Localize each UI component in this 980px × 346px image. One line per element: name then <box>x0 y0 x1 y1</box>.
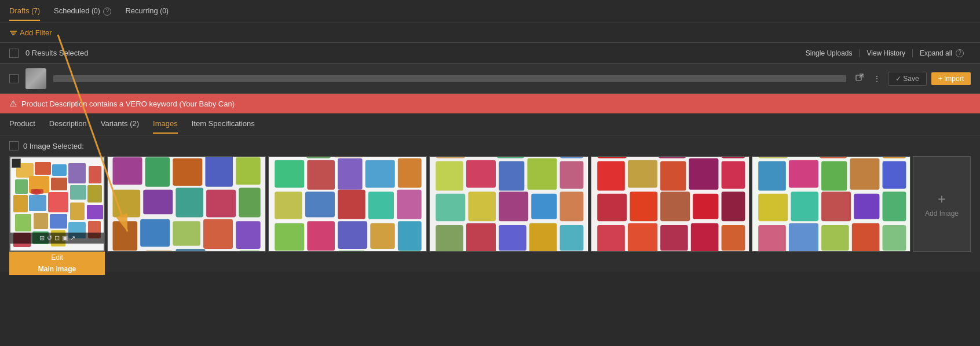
svg-rect-75 <box>338 221 367 249</box>
svg-rect-44 <box>175 187 203 217</box>
svg-rect-48 <box>140 219 170 247</box>
external-link-button[interactable] <box>853 72 866 84</box>
svg-rect-155 <box>882 225 906 251</box>
secondary-image-1[interactable] <box>107 156 266 252</box>
svg-rect-88 <box>560 157 584 158</box>
svg-rect-84 <box>436 157 466 158</box>
import-button[interactable]: + Import <box>931 72 971 85</box>
svg-rect-51 <box>236 221 261 249</box>
svg-rect-7 <box>35 162 51 175</box>
svg-rect-16 <box>70 185 86 200</box>
svg-rect-126 <box>628 223 657 251</box>
secondary-image-4[interactable] <box>591 156 749 252</box>
svg-rect-76 <box>370 223 395 249</box>
save-button[interactable]: ✓ Save <box>888 72 927 86</box>
svg-rect-122 <box>660 192 690 221</box>
secondary-images-container <box>107 156 910 266</box>
product-row: ⋮ ✓ Save + Import <box>0 64 980 94</box>
svg-rect-11 <box>51 178 67 190</box>
svg-rect-70 <box>338 190 365 219</box>
svg-rect-45 <box>206 190 236 218</box>
svg-rect-97 <box>532 194 557 219</box>
secondary-image-2-art <box>269 157 426 251</box>
svg-rect-69 <box>305 192 335 217</box>
svg-rect-18 <box>87 185 102 203</box>
svg-rect-22 <box>70 203 85 220</box>
svg-rect-73 <box>275 223 304 251</box>
results-right: Single Uploads View History Expand all ? <box>799 49 971 57</box>
svg-rect-30 <box>31 189 43 194</box>
filter-bar: Add Filter <box>0 23 980 43</box>
select-all-checkbox[interactable] <box>9 49 19 58</box>
svg-rect-154 <box>852 223 880 251</box>
main-image-label: Main image <box>9 263 105 275</box>
svg-rect-47 <box>113 221 138 251</box>
image-select-checkbox[interactable] <box>9 141 19 150</box>
svg-rect-40 <box>205 157 233 187</box>
results-selected-text: 0 Results Selected <box>25 49 88 57</box>
secondary-image-4-art <box>591 157 749 251</box>
add-image-box[interactable]: + Add Image <box>913 156 971 252</box>
svg-rect-128 <box>690 223 718 251</box>
tool-frame-icon[interactable]: ▣ <box>62 234 68 242</box>
tool-resize-icon[interactable]: ⊡ <box>54 234 60 242</box>
secondary-image-1-art <box>108 157 265 251</box>
svg-rect-90 <box>466 160 496 188</box>
product-actions: ⋮ ✓ Save + Import <box>853 72 971 86</box>
svg-rect-66 <box>365 160 395 188</box>
tab-images[interactable]: Images <box>153 115 178 134</box>
scheduled-help-icon[interactable]: ? <box>103 8 111 16</box>
svg-rect-59 <box>306 157 331 158</box>
secondary-image-3-art <box>430 157 587 251</box>
tool-more-icon[interactable]: ↗ <box>70 234 75 242</box>
svg-rect-65 <box>338 158 363 189</box>
svg-rect-102 <box>529 223 557 251</box>
secondary-image-2[interactable] <box>268 156 427 252</box>
svg-rect-94 <box>436 194 466 222</box>
product-info-bar <box>53 75 846 82</box>
view-history-link[interactable]: View History <box>860 49 912 57</box>
svg-rect-64 <box>308 160 335 190</box>
results-bar: 0 Results Selected Single Uploads View H… <box>0 43 980 64</box>
tab-variants[interactable]: Variants (2) <box>101 115 139 134</box>
svg-rect-68 <box>275 192 302 219</box>
more-options-button[interactable]: ⋮ <box>871 73 883 84</box>
tab-description[interactable]: Description <box>49 115 87 134</box>
svg-rect-124 <box>721 192 745 221</box>
expand-all-link[interactable]: Expand all ? <box>913 49 971 57</box>
main-image-checkbox[interactable] <box>12 159 21 168</box>
svg-rect-95 <box>469 192 496 221</box>
tool-rotate-icon[interactable]: ↺ <box>47 234 52 242</box>
tab-product[interactable]: Product <box>9 115 35 134</box>
tab-drafts[interactable]: Drafts (7) <box>9 2 40 21</box>
single-uploads-link[interactable]: Single Uploads <box>799 49 860 57</box>
product-row-checkbox[interactable] <box>9 74 19 83</box>
svg-rect-96 <box>499 192 528 221</box>
svg-rect-71 <box>368 192 394 219</box>
svg-rect-150 <box>882 192 906 221</box>
svg-rect-9 <box>15 179 28 194</box>
add-image-label: Add Image <box>925 209 959 218</box>
add-filter-button[interactable]: Add Filter <box>9 28 52 37</box>
tool-crop-icon[interactable]: ⊞ <box>39 234 45 242</box>
image-selection-bar: 0 Image Selected: <box>9 141 971 150</box>
drafts-count: (7) <box>31 7 40 15</box>
svg-rect-129 <box>721 225 745 251</box>
warning-icon: ⚠ <box>9 98 17 109</box>
edit-button[interactable]: Edit <box>9 252 105 263</box>
tab-recurring[interactable]: Recurring (0) <box>125 2 169 21</box>
secondary-image-3[interactable] <box>429 156 588 252</box>
secondary-image-5[interactable] <box>752 156 910 252</box>
expand-all-help-icon[interactable]: ? <box>956 49 964 57</box>
svg-rect-147 <box>791 192 818 221</box>
svg-rect-143 <box>821 161 847 190</box>
tab-scheduled[interactable]: Scheduled (0) ? <box>54 2 111 21</box>
svg-rect-119 <box>721 161 745 189</box>
svg-rect-118 <box>689 158 718 189</box>
tab-item-specifications[interactable]: Item Specifications <box>192 115 255 134</box>
svg-rect-37 <box>113 157 142 185</box>
svg-rect-151 <box>758 225 786 251</box>
svg-rect-144 <box>850 158 879 189</box>
svg-rect-49 <box>173 221 200 246</box>
svg-rect-146 <box>758 194 788 222</box>
